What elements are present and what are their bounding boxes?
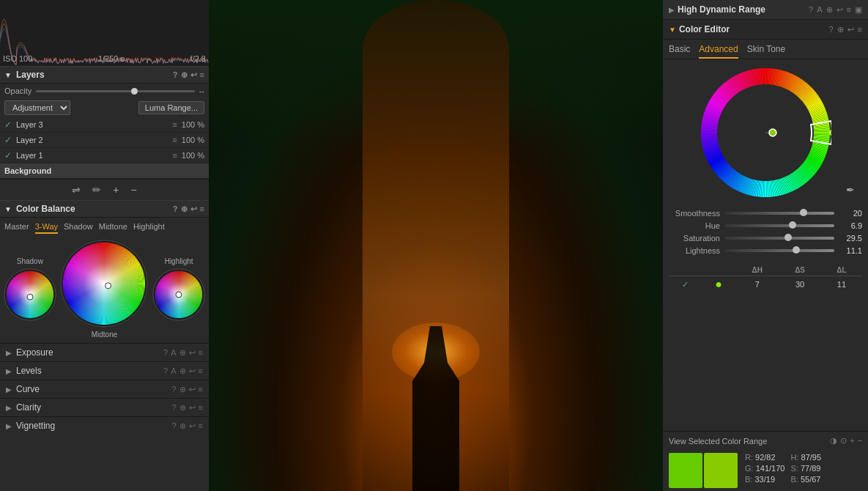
- ce-tab-advanced[interactable]: Advanced: [699, 44, 738, 59]
- cb-tab-highlight[interactable]: Highlight: [133, 221, 165, 234]
- layers-help-icon[interactable]: ?: [173, 70, 178, 80]
- layers-action-brush-icon[interactable]: ✏: [89, 182, 104, 197]
- ce-tab-skintone[interactable]: Skin Tone: [747, 44, 785, 59]
- cb-add-icon[interactable]: ⊕: [181, 204, 188, 214]
- exposure-undo-icon[interactable]: ↩: [189, 348, 196, 358]
- vignetting-accordion[interactable]: ▶ Vignetting ? ⊕ ↩ ≡: [0, 416, 209, 435]
- hdr-header[interactable]: ▶ High Dynamic Range ? A ⊕ ↩ ≡ ▣: [663, 0, 868, 20]
- target-icon[interactable]: ⊙: [840, 436, 847, 446]
- ce-tab-basic[interactable]: Basic: [669, 44, 690, 59]
- adjustment-select[interactable]: Adjustment: [4, 100, 70, 115]
- b-value: 33/19: [754, 475, 775, 484]
- pie-chart-icon[interactable]: ◑: [830, 436, 837, 446]
- curve-undo-icon[interactable]: ↩: [189, 385, 196, 394]
- cb-tab-midtone[interactable]: Midtone: [99, 221, 127, 234]
- exposure-add-icon[interactable]: ⊕: [179, 348, 186, 358]
- curve-accordion[interactable]: ▶ Curve ? ⊕ ↩ ≡: [0, 380, 209, 398]
- layers-undo-icon[interactable]: ↩: [190, 70, 197, 80]
- ce-help-icon[interactable]: ?: [828, 25, 833, 34]
- ce-menu-icon[interactable]: ≡: [858, 25, 862, 34]
- layers-action-sliders-icon[interactable]: ⇌: [69, 182, 84, 197]
- background-row[interactable]: Background: [0, 163, 209, 179]
- vignetting-undo-icon[interactable]: ↩: [189, 421, 196, 431]
- ce-header[interactable]: ▼ Color Editor ? ⊕ ↩ ≡: [663, 20, 868, 40]
- remove-color-icon[interactable]: −: [858, 436, 862, 446]
- layers-header[interactable]: ▼ Layers ? ⊕ ↩ ≡: [0, 66, 209, 84]
- exposure-help-icon[interactable]: ?: [163, 348, 168, 358]
- exposure-title: Exposure: [16, 347, 163, 358]
- levels-add-icon[interactable]: ⊕: [179, 366, 186, 376]
- layers-add-icon[interactable]: ⊕: [181, 70, 188, 80]
- saturation-row: Saturation 29.5: [669, 234, 862, 243]
- midtone-wheel[interactable]: [60, 240, 148, 328]
- saturation-thumb: [784, 234, 792, 241]
- exposure-icons: ? A ⊕ ↩ ≡: [163, 348, 203, 358]
- th-dh: ΔH: [735, 265, 779, 276]
- left-panel: ISO 100 1/250 s f/2.8 ▼ Layers ? ⊕ ↩ ≡ O…: [0, 0, 209, 491]
- th-empty2: [702, 265, 736, 276]
- smoothness-thumb: [800, 209, 807, 216]
- curve-menu-icon[interactable]: ≡: [199, 385, 203, 394]
- hdr-undo-icon[interactable]: ↩: [837, 5, 843, 15]
- exposure-menu-icon[interactable]: ≡: [199, 348, 203, 358]
- layer1-opacity: 100 %: [182, 151, 204, 160]
- main-photo: [209, 0, 663, 491]
- levels-accordion[interactable]: ▶ Levels ? A ⊕ ↩ ≡: [0, 361, 209, 380]
- cb-tab-master[interactable]: Master: [4, 221, 29, 234]
- hdr-add-icon[interactable]: ⊕: [826, 5, 833, 15]
- vignetting-add-icon[interactable]: ⊕: [179, 421, 186, 431]
- hdr-a-icon[interactable]: A: [817, 5, 822, 15]
- eyedropper-icon[interactable]: ✒: [846, 184, 855, 196]
- cb-undo-icon[interactable]: ↩: [190, 204, 197, 214]
- clarity-help-icon[interactable]: ?: [171, 403, 176, 413]
- saturation-slider[interactable]: [724, 237, 834, 240]
- clarity-accordion[interactable]: ▶ Clarity ? ⊕ ↩ ≡: [0, 398, 209, 416]
- layer-row[interactable]: ✓ Layer 1 ≡ 100 %: [0, 148, 209, 163]
- exposure-accordion[interactable]: ▶ Exposure ? A ⊕ ↩ ≡: [0, 343, 209, 361]
- add-color-icon[interactable]: +: [850, 436, 854, 446]
- hue-label: Hue: [669, 221, 720, 230]
- layers-menu-icon[interactable]: ≡: [200, 70, 204, 80]
- hdr-help-icon[interactable]: ?: [809, 5, 813, 15]
- lightness-slider[interactable]: [724, 249, 834, 252]
- hue-slider[interactable]: [724, 224, 834, 227]
- cb-menu-icon[interactable]: ≡: [200, 204, 204, 214]
- vignetting-menu-icon[interactable]: ≡: [199, 421, 203, 431]
- layers-action-remove-icon[interactable]: −: [128, 182, 140, 197]
- hue-thumb: [789, 221, 796, 229]
- layers-action-add-icon[interactable]: +: [110, 182, 122, 197]
- ce-wheel-area: ✒: [663, 59, 868, 206]
- clarity-undo-icon[interactable]: ↩: [189, 403, 196, 413]
- layer-row[interactable]: ✓ Layer 3 ≡ 100 %: [0, 117, 209, 133]
- lightness-value: 11.1: [839, 246, 862, 255]
- cb-tab-3way[interactable]: 3-Way: [35, 221, 58, 234]
- h-value: 87/95: [801, 453, 822, 462]
- shadow-wheel[interactable]: [4, 268, 56, 321]
- cb-wheel-highlight-container: Highlight: [152, 257, 205, 321]
- clarity-add-icon[interactable]: ⊕: [179, 403, 186, 413]
- exposure-a-icon[interactable]: A: [171, 348, 176, 358]
- levels-a-icon[interactable]: A: [171, 366, 176, 376]
- cb-help-icon[interactable]: ?: [173, 204, 178, 214]
- highlight-wheel[interactable]: [152, 268, 205, 321]
- layer-row[interactable]: ✓ Layer 2 ≡ 100 %: [0, 133, 209, 148]
- smoothness-slider[interactable]: [724, 212, 834, 215]
- curve-add-icon[interactable]: ⊕: [179, 385, 186, 394]
- hue-color-wheel[interactable]: [700, 67, 831, 199]
- curve-help-icon[interactable]: ?: [171, 385, 176, 394]
- hdr-menu-icon[interactable]: ≡: [847, 5, 851, 15]
- r-value: 92/82: [755, 453, 776, 462]
- levels-help-icon[interactable]: ?: [163, 366, 168, 376]
- layers-opacity-row: Opacity --: [0, 84, 209, 98]
- ce-undo-icon[interactable]: ↩: [847, 25, 854, 34]
- levels-undo-icon[interactable]: ↩: [189, 366, 196, 376]
- clarity-menu-icon[interactable]: ≡: [199, 403, 203, 413]
- levels-menu-icon[interactable]: ≡: [199, 366, 203, 376]
- opacity-slider[interactable]: [36, 90, 194, 92]
- vignetting-help-icon[interactable]: ?: [171, 421, 176, 431]
- ce-add-icon[interactable]: ⊕: [837, 25, 844, 34]
- hdr-grid-icon[interactable]: ▣: [855, 5, 862, 15]
- luma-range-button[interactable]: Luma Range...: [138, 101, 204, 114]
- cb-tab-shadow[interactable]: Shadow: [64, 221, 93, 234]
- color-balance-header[interactable]: ▼ Color Balance ? ⊕ ↩ ≡: [0, 200, 209, 218]
